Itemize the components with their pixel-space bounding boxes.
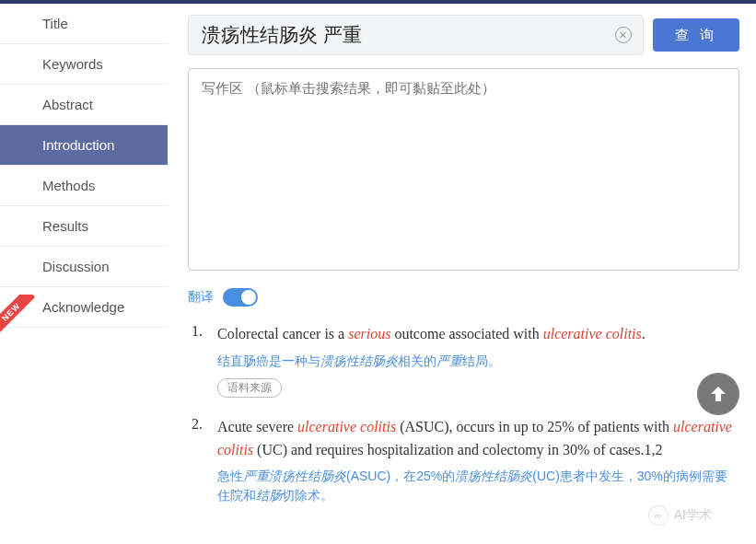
app-container: TitleKeywordsAbstractIntroductionMethods… <box>0 4 756 544</box>
sidebar-item-discussion[interactable]: Discussion <box>0 247 168 287</box>
sidebar: TitleKeywordsAbstractIntroductionMethods… <box>0 4 168 544</box>
result-english: Colorectal cancer is a serious outcome a… <box>217 323 739 346</box>
clear-search-button[interactable]: ✕ <box>615 27 632 43</box>
write-area-textarea[interactable] <box>188 68 739 271</box>
translate-label: 翻译 <box>188 289 214 306</box>
result-body: Colorectal cancer is a serious outcome a… <box>217 323 739 398</box>
translate-toggle[interactable] <box>223 288 258 307</box>
result-chinese: 急性严重溃疡性结肠炎(ASUC)，在25%的溃疡性结肠炎(UC)患者中发生，30… <box>217 467 739 505</box>
result-item[interactable]: 2.Acute severe ulcerative colitis (ASUC)… <box>192 416 739 514</box>
arrow-up-icon <box>707 383 729 405</box>
sidebar-item-title[interactable]: Title <box>0 4 168 44</box>
result-number: 2. <box>192 416 208 514</box>
sidebar-item-keywords[interactable]: Keywords <box>0 44 168 85</box>
source-tag[interactable]: 语料来源 <box>217 378 282 398</box>
sidebar-item-methods[interactable]: Methods <box>0 166 168 206</box>
sidebar-item-results[interactable]: Results <box>0 206 168 247</box>
sidebar-item-acknowledge[interactable]: Acknowledge <box>0 287 168 328</box>
sidebar-item-introduction[interactable]: Introduction <box>0 125 168 166</box>
query-button[interactable]: 查 询 <box>653 18 739 52</box>
result-number: 1. <box>192 323 208 398</box>
sidebar-item-abstract[interactable]: Abstract <box>0 85 168 125</box>
result-english: Acute severe ulcerative colitis (ASUC), … <box>217 416 739 462</box>
toggle-knob <box>241 290 256 305</box>
translate-row: 翻译 <box>188 288 739 307</box>
result-body: Acute severe ulcerative colitis (ASUC), … <box>217 416 739 514</box>
main-panel: ✕ 查 询 翻译 1.Colorectal cancer is a seriou… <box>168 4 756 544</box>
search-row: ✕ 查 询 <box>188 15 739 55</box>
scroll-top-button[interactable] <box>697 373 739 415</box>
search-box: ✕ <box>188 15 644 55</box>
result-chinese: 结直肠癌是一种与溃疡性结肠炎相关的严重结局。 <box>217 352 739 371</box>
search-input[interactable] <box>202 24 606 46</box>
result-item[interactable]: 1.Colorectal cancer is a serious outcome… <box>192 323 739 398</box>
results-list: 1.Colorectal cancer is a serious outcome… <box>188 323 739 513</box>
